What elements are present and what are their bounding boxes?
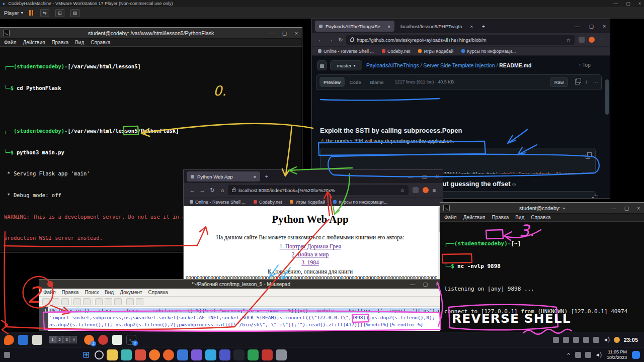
tab-close-icon[interactable]: ×	[470, 24, 473, 29]
tray-icon-display[interactable]	[553, 337, 559, 343]
taskbar-app-10[interactable]	[233, 349, 245, 360]
new-tab-button[interactable]: +	[262, 173, 271, 179]
taskbar-app-6[interactable]	[177, 349, 188, 360]
taskbar-app-8[interactable]	[205, 349, 216, 360]
maximize-button[interactable]: ▢	[423, 282, 428, 287]
reload-button[interactable]: ↻	[208, 187, 217, 194]
bookmark-item[interactable]: Online - Reverse Shell ...	[318, 49, 374, 54]
menu-file[interactable]: Файл	[43, 290, 56, 295]
tray-icon-updates[interactable]	[583, 337, 589, 343]
tray-icon-network[interactable]	[563, 337, 569, 343]
menu-help[interactable]: Справка	[148, 290, 168, 295]
taskbar-app-9[interactable]	[219, 349, 230, 360]
minimize-button[interactable]: —	[575, 24, 580, 29]
tray-chevron-icon[interactable]: ^	[568, 352, 570, 358]
extensions-icon[interactable]	[579, 37, 585, 43]
minimize-button[interactable]: —	[611, 206, 616, 211]
url-bar[interactable]: localhost:8080/index?book={%%20for%20x% …	[228, 185, 409, 195]
close-button[interactable]: ×	[295, 31, 298, 36]
taskbar-app-3[interactable]	[135, 349, 146, 360]
minimize-button[interactable]: —	[410, 282, 415, 287]
tab-code[interactable]: Code	[346, 77, 365, 87]
tray-icon-power[interactable]	[593, 337, 599, 343]
file-tree-toggle[interactable]: ▤	[317, 60, 327, 70]
book-link-2[interactable]: 2. Война и мир	[184, 251, 437, 257]
notification-bell-icon[interactable]	[614, 337, 620, 343]
tab-localhost-phptwig[interactable]: localhost/lesson5/PHPTwigIn ×	[396, 21, 477, 32]
find-icon[interactable]	[126, 298, 134, 305]
start-button[interactable]: ⊞	[80, 349, 92, 360]
copy-code-icon[interactable]	[592, 197, 597, 198]
file-manager-icon[interactable]	[18, 335, 28, 345]
menu-edit[interactable]: Правка	[492, 215, 509, 220]
taskbar-app-7[interactable]	[191, 349, 202, 360]
mousepad-titlebar[interactable]: *~/Рабочий стол/tmp_lesson_5 - Mousepad …	[39, 280, 443, 289]
tray-icon-network[interactable]	[585, 352, 591, 358]
menu-file[interactable]: Файл	[4, 40, 17, 45]
close-button[interactable]: ×	[436, 282, 439, 287]
new-file-icon[interactable]	[42, 298, 50, 305]
bookmark-item[interactable]: Online - Reverse Shell ...	[190, 200, 246, 205]
taskbar-mousepad-icon[interactable]	[112, 335, 122, 345]
minimize-button[interactable]: —	[408, 174, 413, 179]
close-button[interactable]: ×	[603, 24, 606, 29]
tab-blame[interactable]: Blame	[366, 77, 388, 87]
menu-view[interactable]: Вид	[75, 40, 84, 45]
vmware-maximize-button[interactable]: ▢	[626, 1, 630, 6]
workspace-2[interactable]: 2	[56, 336, 63, 343]
volume-icon[interactable]: ◄)	[595, 352, 602, 357]
reload-button[interactable]: ↻	[336, 37, 345, 43]
home-button[interactable]: ⌂	[218, 187, 227, 193]
open-file-icon[interactable]	[52, 298, 59, 305]
taskbar-app-13[interactable]	[276, 349, 287, 360]
player-menu[interactable]: Player ▾	[4, 10, 23, 16]
search-icon[interactable]	[95, 350, 104, 359]
readme-heading-subprocess-popen[interactable]: Exploit the SSTI by calling subprocess.P…	[320, 127, 462, 134]
forward-button[interactable]: →	[326, 37, 335, 43]
ctrl-alt-del-button[interactable]: ⇆	[40, 9, 49, 17]
menu-edit[interactable]: Правка	[62, 290, 79, 295]
app-menu-icon[interactable]: ≡	[430, 187, 439, 193]
menu-help[interactable]: Справка	[91, 40, 110, 45]
maximize-button[interactable]: ▢	[422, 174, 427, 179]
account-avatar[interactable]	[589, 37, 595, 43]
taskbar-app-1[interactable]	[107, 349, 118, 360]
back-button[interactable]: ←	[316, 37, 325, 43]
edit-icon[interactable]: /	[586, 79, 587, 85]
terminal2-output[interactable]: ┌──(student⊛codeby)-[~] └─$nc -nvlp 9898…	[440, 222, 644, 332]
workspace-3[interactable]: 3	[63, 336, 70, 343]
bookmark-star-icon[interactable]: ☆	[566, 37, 571, 43]
book-link-3[interactable]: 3. 1984	[184, 259, 437, 265]
menu-search[interactable]: Поиск	[85, 290, 99, 295]
tab-preview[interactable]: Preview	[319, 77, 345, 87]
maximize-button[interactable]: ▢	[589, 24, 594, 29]
redo-icon[interactable]	[83, 298, 91, 305]
mousepad-editor[interactable]: 1 {% for x in ().__class__.__base__.__su…	[39, 307, 443, 331]
bookmark-item[interactable]: Курсы по информаци...	[461, 49, 516, 54]
close-button[interactable]: ×	[637, 206, 640, 211]
workspace-1[interactable]: 1	[49, 336, 56, 343]
close-button[interactable]: ×	[436, 174, 439, 179]
tab-close-icon[interactable]: ×	[253, 174, 256, 179]
clock[interactable]: 23:05	[624, 337, 638, 343]
bookmark-item[interactable]: Игры Кодебай	[290, 200, 325, 205]
taskbar-terminal-icon[interactable]: >_ 2	[126, 335, 136, 345]
vmware-minimize-button[interactable]: —	[613, 1, 618, 6]
account-avatar[interactable]	[423, 187, 429, 193]
suspend-button[interactable]	[29, 10, 34, 16]
taskbar-firefox-icon[interactable]: 2	[84, 335, 94, 345]
taskbar-app-5[interactable]	[163, 349, 174, 360]
forward-button[interactable]: →	[198, 187, 207, 193]
kebab-menu-icon[interactable]: ⋯	[593, 79, 598, 85]
back-to-top-button[interactable]: ↑ Top	[579, 62, 591, 68]
applications-menu-flame-icon[interactable]	[4, 335, 14, 345]
url-bar[interactable]: https://github.com/swisskyrepo/PayloadsA…	[346, 35, 575, 45]
scrollbar[interactable]	[605, 79, 609, 115]
menu-view[interactable]: Вид	[515, 215, 524, 220]
tab-payloadsallthethings[interactable]: PayloadsAllTheThings/Se ×	[315, 21, 394, 32]
vmware-close-button[interactable]: ×	[638, 1, 641, 6]
menu-file[interactable]: Файл	[444, 215, 457, 220]
tab-close-icon[interactable]: ×	[387, 24, 390, 29]
clock-date[interactable]: 11:05 PM 10/2/2023	[607, 349, 627, 360]
volume-icon[interactable]: ◄)	[603, 337, 610, 342]
